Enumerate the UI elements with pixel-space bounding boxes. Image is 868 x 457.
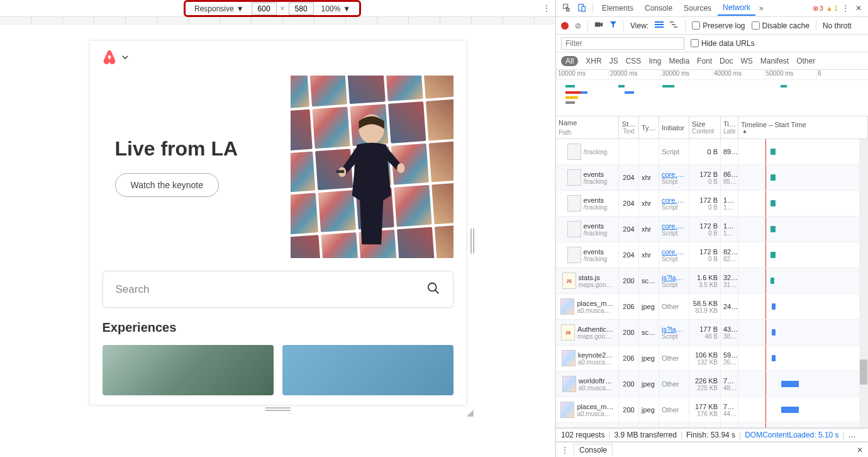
filter-type-media[interactable]: Media [669,57,689,65]
table-row[interactable]: stats.jsmaps.goo…200sc…js?lang…Script1.6… [556,268,868,294]
table-row[interactable]: Authentic…maps.goo…200sc…js?lang…Script1… [556,320,868,346]
experience-card[interactable] [103,345,274,395]
timeline-overview[interactable]: 10000 ms20000 ms30000 ms40000 ms50000 ms… [556,70,868,116]
tab-sources[interactable]: Sources [679,1,716,15]
more-icon[interactable]: ⋮ [543,4,550,13]
filter-type-manifest[interactable]: Manifest [760,57,789,65]
responsive-dropdown[interactable]: Responsive ▼ [191,3,248,14]
camera-icon[interactable] [594,21,603,30]
filter-type-img[interactable]: Img [648,57,661,65]
tab-network[interactable]: Network [718,1,755,16]
filter-row: Hide data URLs [556,35,868,52]
table-row[interactable]: places_m…a0.musca…200jpegOther177 KB176 … [556,397,868,423]
filter-icon[interactable] [609,21,617,30]
record-icon[interactable] [561,22,569,30]
disable-cache-checkbox[interactable]: Disable cache [752,21,810,30]
table-row[interactable]: events/tracking204xhrcore.b…Script172 B0… [556,217,868,242]
svg-rect-12 [670,21,674,23]
timeline-tick: 20000 ms [608,70,660,79]
waterfall-header[interactable]: Timeline – Start Time▲ [738,116,868,138]
table-row[interactable]: events/tracking204xhrcore.b…Script172 B0… [556,165,868,191]
svg-rect-13 [672,24,676,25]
svg-rect-3 [337,170,344,173]
tab-console[interactable]: Console [640,1,677,15]
filter-type-all[interactable]: All [561,56,578,66]
filter-type-xhr[interactable]: XHR [586,57,601,65]
experiences-section: Experiences [90,320,466,395]
filter-type-doc[interactable]: Doc [720,57,733,65]
table-row[interactable]: worldoftr…a0.musca…200jpegOther226 KB225… [556,371,868,397]
finish-time: Finish: 53.94 s [686,431,735,439]
search-icon [426,281,440,297]
network-table: NamePath St…Text Ty… Initiator SizeConte… [556,116,868,428]
timeline-tick: 6 [816,70,868,79]
warning-badge[interactable]: ▲1 [826,4,838,12]
viewport-area: Live from LA Watch the keynote [0,25,555,457]
hide-data-urls-checkbox[interactable]: Hide data URLs [691,39,755,48]
responsive-label: Responsive [194,4,234,13]
filter-type-css[interactable]: CSS [626,57,642,65]
table-row[interactable]: events/tracking204xhrcore.b…Script172 B0… [556,191,868,217]
experience-card[interactable] [282,345,453,395]
console-drawer: ⋮ Console ✕ [556,442,868,457]
device-frame: Live from LA Watch the keynote [89,40,467,405]
preserve-log-checkbox[interactable]: Preserve log [692,21,745,30]
drawer-tab-console[interactable]: Console [574,444,613,456]
view-label: View: [630,21,648,30]
caret-down-icon: ▼ [343,4,350,13]
scrollbar[interactable] [859,139,868,427]
zoom-label: 100% [321,4,341,13]
device-toolbar: Responsive ▼ × 100% ▼ ⋮ [0,0,555,17]
watch-keynote-button[interactable]: Watch the keynote [115,173,219,197]
table-row[interactable]: keynote2…a0.musca…206jpegOther106 KB132 … [556,346,868,371]
caret-down-icon: ▼ [236,4,244,13]
requests-count: 102 requests [561,431,604,439]
scrollbar-thumb[interactable] [860,359,867,385]
filter-input[interactable] [561,37,684,50]
view-large-icon[interactable] [655,21,664,30]
domcontentloaded-time: DOMContentLoaded: 5.10 s [745,431,838,439]
height-input[interactable] [289,3,314,15]
chevron-down-icon[interactable] [121,54,129,63]
svg-rect-11 [655,26,664,28]
airbnb-logo-icon[interactable] [103,50,116,67]
throttling-label[interactable]: No thrott [823,21,852,30]
more-status: … [849,431,856,439]
dimensions-box: Responsive ▼ × 100% ▼ [184,0,361,17]
filter-type-font[interactable]: Font [697,57,712,65]
table-row[interactable]: events/tracking204xhrcore.b…Script172 B0… [556,242,868,268]
filter-type-ws[interactable]: WS [740,57,752,65]
svg-rect-14 [674,26,677,28]
device-mode-icon[interactable] [575,1,589,16]
filter-type-other[interactable]: Other [796,57,815,65]
network-toolbar: ⊘ View: Preserve log Disable cache No th… [556,17,868,35]
clear-icon[interactable]: ⊘ [575,21,581,30]
table-row[interactable]: places_m…a0.musca…206jpegOther58.5 KB83.… [556,294,868,320]
resize-handle-right[interactable] [470,228,474,254]
search-input[interactable]: Search [103,271,453,308]
resize-handle-corner[interactable]: ◢ [467,407,564,457]
timeline-tick: 40000 ms [712,70,764,79]
devtools-tabs: Elements Console Sources Network » ⊗3 ▲1… [556,0,868,17]
table-row[interactable]: /trackingScript0 B89… [556,139,868,165]
transferred-size: 3.9 MB transferred [615,431,677,439]
zoom-dropdown[interactable]: 100% ▼ [318,3,355,14]
svg-point-4 [428,283,436,291]
more-icon[interactable]: ⋮ [839,4,852,13]
filter-type-js[interactable]: JS [609,57,618,65]
width-input[interactable] [252,3,277,15]
view-waterfall-icon[interactable] [670,21,679,30]
table-body[interactable]: /trackingScript0 B89…events/tracking204x… [556,139,868,427]
error-counts: ⊗3 ▲1 [813,4,838,13]
error-badge[interactable]: ⊗3 [813,4,823,13]
tab-elements[interactable]: Elements [597,1,638,15]
table-row[interactable]: experienc…200jpegOther135 KB7… [556,423,868,427]
resize-handle-bottom[interactable] [265,407,291,411]
more-tabs-icon[interactable]: » [757,1,766,15]
timeline-tick: 30000 ms [660,70,712,79]
filter-types: AllXHRJSCSSImgMediaFontDocWSManifestOthe… [556,52,868,70]
inspect-icon[interactable] [560,1,574,16]
svg-rect-10 [655,24,664,25]
close-icon[interactable]: ✕ [853,4,864,13]
close-icon[interactable]: ✕ [857,446,863,454]
